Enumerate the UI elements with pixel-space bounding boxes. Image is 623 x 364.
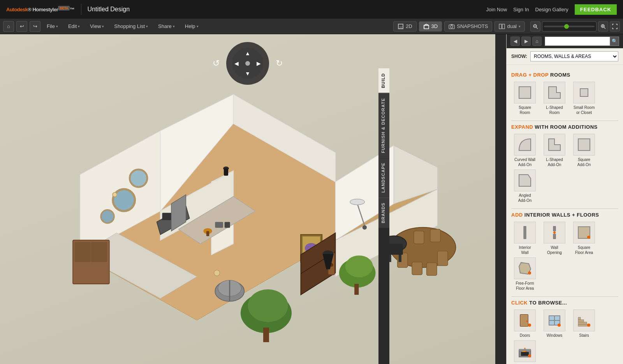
svg-rect-29: [519, 87, 531, 98]
toolbar-center: 2D 2D 3D SNAPSHOTS dual ▾: [393, 21, 525, 32]
browse-doors[interactable]: Doors: [511, 310, 539, 338]
top-right-nav: Join Now Sign In Design Gallery FEEDBACK: [486, 4, 617, 15]
svg-rect-57: [521, 352, 529, 356]
tree-trunk-2: [354, 284, 359, 295]
svg-rect-36: [553, 226, 556, 231]
svg-point-55: [587, 324, 590, 327]
svg-rect-31: [580, 89, 588, 96]
zoom-out-button[interactable]: [530, 21, 540, 32]
sign-in-link[interactable]: Sign In: [513, 7, 529, 12]
svg-rect-37: [553, 234, 556, 239]
panel-search-button[interactable]: 🔍: [610, 37, 619, 46]
freeform-floor-icon: [514, 257, 536, 279]
menu-view[interactable]: View▾: [86, 22, 108, 31]
panel-search: 🔍: [545, 37, 619, 46]
toolbar: ⌂ ↩ ↪ File▾ Edit▾ View▾ Shopping List▾ S…: [0, 19, 623, 34]
panel-forward-button[interactable]: ▶: [521, 37, 531, 46]
freeform-floor-item[interactable]: Free-FormFloor Area: [511, 257, 539, 291]
main-area: ↺ ▲ ▼ ◀ ▶ ↻: [0, 34, 623, 364]
small-room-label: Small Roomor Closet: [574, 105, 595, 115]
tab-build[interactable]: BUILD: [378, 68, 389, 93]
room-item-small[interactable]: Small Roomor Closet: [570, 82, 598, 115]
freeform-floor-label: Free-FormFloor Area: [516, 281, 534, 291]
join-now-link[interactable]: Join Now: [486, 7, 507, 12]
menu-shopping-list[interactable]: Shopping List▾: [110, 22, 152, 31]
room-item-square[interactable]: SquareRoom: [511, 82, 539, 115]
svg-rect-53: [578, 320, 584, 322]
menu-share[interactable]: Share▾: [154, 22, 179, 31]
svg-marker-34: [519, 175, 531, 186]
svg-rect-35: [524, 226, 526, 239]
zoom-in-button[interactable]: [598, 21, 608, 32]
nav-up-arrow[interactable]: ▲: [245, 50, 250, 56]
fireplaces-icon: [514, 340, 536, 362]
panel-home-button[interactable]: ⌂: [532, 37, 542, 46]
show-select[interactable]: ROOMS, WALLS & AREAS FLOOR PLAN ALL WALL…: [530, 51, 618, 61]
l-shaped-addon-label: L-ShapedAdd-On: [546, 157, 563, 167]
design-title: Untitled Design: [88, 6, 130, 13]
brand-logo: Autodesk® HomestylerBETA™: [6, 6, 75, 12]
svg-point-40: [587, 236, 590, 239]
feedback-button[interactable]: FEEDBACK: [575, 4, 617, 15]
zoom-handle[interactable]: [564, 24, 569, 29]
grill-leg-2: [398, 255, 401, 262]
svg-rect-8: [499, 24, 502, 29]
vase-body: [224, 168, 228, 176]
tab-furnish[interactable]: FURNISH & DECORATE: [378, 93, 389, 158]
svg-rect-60: [519, 349, 531, 351]
addition-curved-wall[interactable]: Curved WallAdd-On: [511, 134, 539, 167]
menu-file[interactable]: File▾: [43, 22, 62, 31]
stairs-label: Stairs: [579, 333, 589, 338]
panel-search-input[interactable]: [545, 37, 610, 46]
snapshots-button[interactable]: SNAPSHOTS: [444, 21, 492, 32]
top-bar: Autodesk® HomestylerBETA™ Untitled Desig…: [0, 0, 623, 19]
square-floor-item[interactable]: SquareFloor Area: [570, 222, 598, 255]
additions-grid: Curved WallAdd-On L-ShapedAdd-On SquareA…: [511, 134, 618, 203]
square-addon-icon: [573, 134, 595, 156]
home-button[interactable]: ⌂: [3, 21, 14, 32]
isometric-room: [8, 65, 495, 364]
addition-l-shaped[interactable]: L-ShapedAdd-On: [541, 134, 568, 167]
tab-landscape[interactable]: LANDSCAPE: [378, 158, 389, 197]
tab-brands[interactable]: BRANDS: [378, 198, 389, 228]
wall-opening-icon: [544, 222, 565, 243]
canvas-area[interactable]: ↺ ▲ ▼ ◀ ▶ ↻: [0, 34, 495, 364]
beta-badge: BETA: [58, 6, 70, 10]
square-floor-label: SquareFloor Area: [575, 245, 593, 255]
addition-angled[interactable]: AngledAdd-On: [511, 170, 539, 203]
zoom-slider[interactable]: [544, 26, 595, 27]
show-label: SHOW:: [511, 54, 527, 59]
fullscreen-button[interactable]: [610, 21, 620, 32]
interior-wall-icon: [514, 222, 536, 243]
doors-icon: [514, 310, 536, 331]
redo-button[interactable]: ↪: [30, 21, 40, 32]
rooms-grid: SquareRoom L-ShapedRoom Small Roomor Clo…: [511, 82, 618, 115]
walls-grid: InteriorWall WallOpening SquareFloor Are…: [511, 222, 618, 291]
design-gallery-link[interactable]: Design Gallery: [535, 7, 568, 12]
angled-addon-label: AngledAdd-On: [518, 193, 531, 203]
view-3d-button[interactable]: 3D: [419, 21, 442, 32]
doors-label: Doors: [520, 333, 530, 338]
room-item-l-shaped[interactable]: L-ShapedRoom: [541, 82, 568, 115]
addition-square[interactable]: SquareAdd-On: [570, 134, 598, 167]
browse-grid: Doors Windows: [511, 310, 618, 364]
square-floor-icon: [573, 222, 595, 243]
svg-point-6: [451, 26, 453, 28]
wall-opening-item[interactable]: WallOpening: [541, 222, 568, 255]
menu-edit[interactable]: Edit▾: [64, 22, 84, 31]
interior-wall-item[interactable]: InteriorWall: [511, 222, 539, 255]
panel-back-button[interactable]: ◀: [510, 37, 520, 46]
undo-button[interactable]: ↩: [16, 21, 27, 32]
menu-help[interactable]: Help▾: [181, 22, 202, 31]
appliance-1: [215, 222, 223, 228]
dual-view-button[interactable]: dual ▾: [495, 21, 525, 32]
browse-fireplaces[interactable]: Fireplaces: [511, 340, 539, 364]
browse-stairs[interactable]: Stairs: [570, 310, 598, 338]
panel-nav: ◀ ▶ ⌂: [510, 37, 542, 46]
panel-header: ◀ ▶ ⌂ 🔍: [507, 34, 623, 48]
interior-wall-label: InteriorWall: [519, 245, 531, 255]
view-2d-button[interactable]: 2D 2D: [393, 21, 417, 32]
angled-addon-icon: [514, 170, 536, 191]
browse-windows[interactable]: Windows: [541, 310, 568, 338]
mirror-small: [101, 210, 114, 223]
